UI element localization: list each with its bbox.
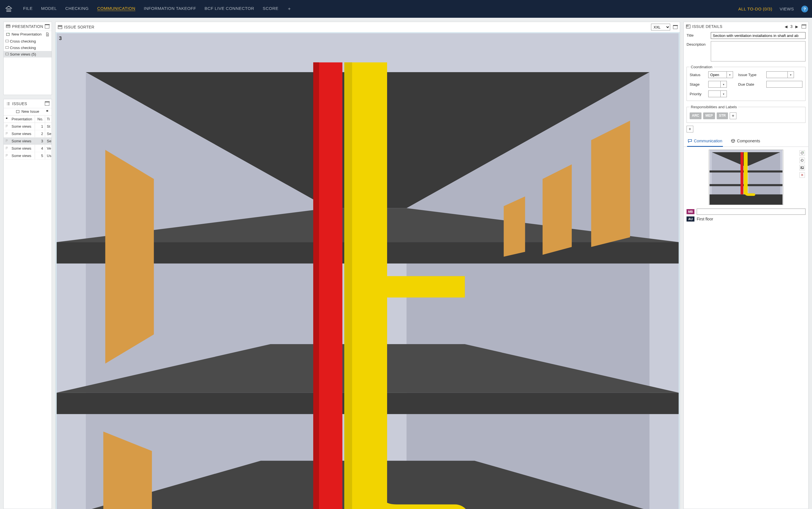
add-label-button[interactable]: + [730,112,737,119]
stage-input[interactable] [708,81,721,88]
col-presentation[interactable]: Presentation [10,115,35,123]
nav-information-takeoff[interactable]: INFORMATION TAKEOFF [144,6,196,12]
todo-link[interactable]: ALL TO-DO (0/3) [739,6,773,11]
document-icon[interactable] [45,32,50,36]
sorter-header: ISSUE SORTER XXL [56,22,680,32]
issue-card[interactable]: 3 [57,33,679,509]
issue-row-presentation: Some views [10,152,35,159]
viewpoint-thumbnail[interactable] [709,150,783,205]
issue-row[interactable]: Some views3Se [4,138,52,145]
presentation-item[interactable]: Cross checking [4,44,52,51]
views-link[interactable]: VIEWS [780,6,794,11]
status-label: Status [690,73,706,77]
presentation-header: PRESENTATION [4,22,52,31]
issue-type-label: Issue Type [738,73,764,77]
issue-row[interactable]: Some views4Ve [4,145,52,152]
title-input[interactable] [711,32,806,39]
priority-combo[interactable]: ▾ [708,91,735,97]
flag-outline-icon [5,146,8,150]
comment-text-au: First floor [697,217,713,221]
refresh-viewpoint-button[interactable] [799,158,805,163]
image-viewpoint-button[interactable] [799,165,805,171]
app-logo-icon[interactable] [4,4,13,14]
issue-row-title: Us [45,152,52,159]
presentation-window-button[interactable] [45,25,50,29]
issue-row[interactable]: Some views2Se [4,130,52,138]
nav-add-tab-button[interactable]: ＋ [287,6,292,12]
issue-row-title: Se [45,138,52,144]
thumbnail-area: ✕ [684,147,808,208]
svg-marker-23 [105,150,154,364]
issue-type-dropdown-button[interactable]: ▾ [788,71,794,78]
flag-outline-icon [5,125,8,128]
issue-type-combo[interactable]: ▾ [766,71,803,78]
new-issue-row[interactable]: New Issue [4,108,52,115]
delete-viewpoint-button[interactable]: ✕ [799,172,805,178]
due-date-input[interactable] [766,81,803,88]
issues-window-button[interactable] [45,102,50,106]
left-column: PRESENTATION New Presentation Cross chec… [3,22,52,509]
svg-rect-9 [59,26,60,27]
nav-score[interactable]: SCORE [263,6,279,12]
next-issue-button[interactable]: ▶ [795,25,798,29]
svg-marker-46 [710,195,783,205]
svg-rect-47 [744,152,748,195]
list-icon [6,101,10,106]
svg-marker-27 [504,197,525,257]
status-combo[interactable]: ▾ [708,71,735,78]
sorter-window-button[interactable] [673,25,678,29]
issue-row-presentation: Some views [10,145,35,152]
priority-label: Priority [690,92,706,96]
sorter-size-select[interactable]: XXL [651,24,670,30]
status-input[interactable] [708,71,727,78]
presentation-item-label: Cross checking [10,46,36,50]
stage-combo[interactable]: ▾ [708,81,735,88]
new-presentation-icon [6,32,10,36]
svg-rect-4 [6,40,8,42]
capture-viewpoint-button[interactable] [799,150,805,156]
model-viewport[interactable] [57,33,679,509]
svg-rect-2 [8,25,9,26]
nav-model[interactable]: MODEL [41,6,57,12]
label-tag-arc[interactable]: ARC [690,112,702,119]
new-issue-icon [16,110,20,113]
priority-dropdown-button[interactable]: ▾ [721,91,727,97]
col-flag[interactable] [4,115,10,123]
details-window-button[interactable] [802,25,806,29]
col-no[interactable]: No. [35,115,45,123]
stage-dropdown-button[interactable]: ▾ [721,81,727,88]
tab-components[interactable]: Components [730,136,761,147]
issue-row-no: 4 [35,145,45,152]
priority-input[interactable] [708,91,721,97]
tab-communication[interactable]: Communication [687,136,723,147]
slides-icon [5,39,9,43]
comment-input[interactable] [697,209,806,215]
prev-issue-button[interactable]: ◀ [785,25,787,29]
nav-file[interactable]: FILE [23,6,33,12]
nav-checking[interactable]: CHECKING [65,6,89,12]
label-tag-mep[interactable]: MEP [703,112,715,119]
presentation-item[interactable]: Cross checking [4,38,52,44]
presentation-item[interactable]: Some views (5) [4,51,52,58]
help-icon[interactable]: ? [801,6,808,12]
flag-icon[interactable] [45,110,50,113]
new-presentation-row[interactable]: New Presentation [4,31,52,38]
nav-communication[interactable]: COMMUNICATION [97,6,135,12]
issue-row-presentation: Some views [10,123,35,130]
description-input[interactable] [711,41,806,62]
issues-table: Presentation No. Ti Some views1StSome vi… [4,115,52,160]
label-tag-str[interactable]: STR [717,112,728,119]
title-row: Title [684,31,808,40]
presentation-panel: PRESENTATION New Presentation Cross chec… [3,22,52,95]
issue-row[interactable]: Some views5Us [4,152,52,160]
col-title[interactable]: Ti [45,115,52,123]
add-section-button[interactable]: + [686,126,693,132]
nav-bcf-live-connector[interactable]: BCF LIVE CONNECTOR [204,6,254,12]
issue-row[interactable]: Some views1St [4,123,52,130]
tab-components-label: Components [737,139,760,143]
issue-details-panel: ISSUE DETAILS ◀ 3 ▶ Title Description Co… [683,22,809,509]
comment-row-au: AU First floor [684,215,808,223]
status-dropdown-button[interactable]: ▾ [727,71,733,78]
nav-right: ALL TO-DO (0/3) VIEWS ? [739,6,808,12]
issue-type-input[interactable] [766,71,788,78]
